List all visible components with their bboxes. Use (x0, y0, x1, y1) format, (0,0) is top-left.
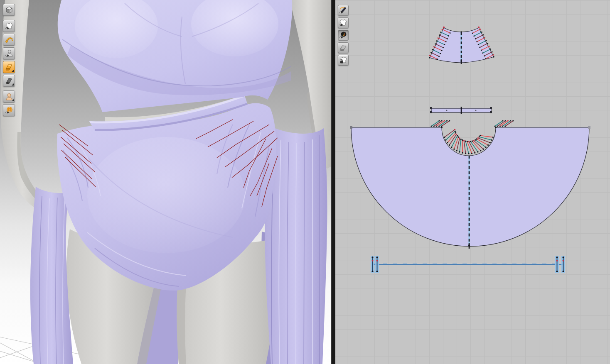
lock-pattern-icon (339, 56, 347, 64)
viewport-3d[interactable] (0, 0, 331, 364)
garment-visibility-icon (5, 22, 13, 30)
show-pattern-info-button[interactable]: i (338, 30, 349, 41)
elastic-line[interactable] (371, 256, 565, 273)
fabric-fold-button[interactable] (3, 61, 15, 73)
half-circle-skirt-piece[interactable] (350, 120, 590, 249)
garment-design-app: i (0, 0, 610, 364)
toolbar-3d (3, 4, 15, 116)
fabric-swatch-icon (339, 44, 347, 52)
avatar-visibility-icon (5, 49, 13, 58)
bodice[interactable] (58, 0, 292, 112)
pins-icon (5, 36, 13, 44)
show-avatar-button[interactable] (3, 47, 15, 59)
show-globe-button[interactable] (3, 104, 15, 116)
show-pattern-button[interactable] (338, 17, 349, 28)
fabric-swatch-button[interactable] (338, 42, 349, 53)
cube-3d-icon (5, 6, 13, 14)
needle-visibility-icon (339, 6, 347, 15)
lock-pattern-button[interactable] (338, 55, 349, 66)
show-stitch-needle-button[interactable] (338, 5, 349, 16)
submenu-corner (12, 99, 14, 101)
scene-3d (0, 0, 331, 364)
avatar-skin-button[interactable] (3, 90, 15, 103)
info-visibility-icon: i (339, 31, 347, 39)
waistband-strip[interactable] (430, 107, 492, 114)
show-garment-button[interactable] (3, 20, 15, 32)
cloth-dark-button[interactable] (3, 75, 15, 87)
toolbar-2d: i (338, 5, 349, 66)
pattern-canvas (335, 0, 610, 364)
show-pins-button[interactable] (3, 34, 15, 46)
cube-3d-button[interactable] (3, 4, 15, 16)
pattern-visibility-icon (339, 19, 347, 27)
skirt-left-train[interactable] (30, 187, 73, 364)
globe-visibility-icon (5, 106, 13, 115)
submenu-corner (12, 83, 14, 86)
submenu-corner (12, 70, 14, 72)
pattern-panel[interactable]: i (335, 0, 610, 364)
yoke-piece[interactable] (429, 27, 494, 64)
